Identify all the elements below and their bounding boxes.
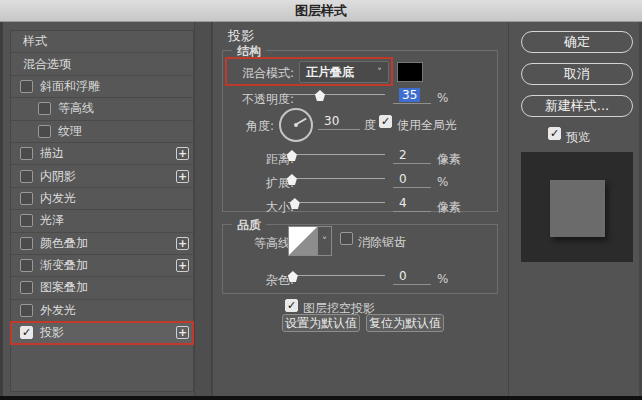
knockout-checkbox[interactable]: ✓ — [285, 299, 298, 312]
add-effect-icon[interactable]: + — [176, 170, 189, 183]
check-icon: ✓ — [550, 128, 559, 139]
blend-mode-value: 正片叠底 — [306, 64, 354, 81]
size-slider[interactable] — [288, 196, 385, 210]
sidebar-item-color-overlay[interactable]: ✓ 颜色叠加 + — [11, 233, 193, 255]
angle-label: 角度: — [228, 118, 274, 135]
spread-slider[interactable] — [288, 172, 385, 186]
preview-thumbnail — [521, 152, 633, 262]
blend-mode-select[interactable]: 正片叠底 ˅ — [299, 61, 389, 83]
effect-checkbox[interactable]: ✓ — [20, 237, 33, 250]
contour-chevron-button[interactable]: ˅ — [318, 226, 332, 256]
window-edge-bottom — [0, 396, 642, 400]
sidebar-item-pattern-overlay[interactable]: ✓ 图案叠加 — [11, 277, 193, 299]
distance-slider-thumb[interactable] — [286, 150, 297, 161]
ok-button[interactable]: 确定 — [521, 31, 633, 53]
shadow-color-swatch[interactable] — [397, 62, 423, 82]
angle-dial[interactable] — [279, 108, 313, 142]
add-effect-icon[interactable]: + — [176, 259, 189, 272]
spread-value: 0 — [399, 172, 407, 186]
sidebar-item-blending-options[interactable]: 混合选项 — [11, 53, 193, 75]
spread-label: 扩展: — [228, 175, 294, 192]
antialias-checkbox[interactable]: ✓ — [340, 232, 353, 245]
sidebar-item-label: 光泽 — [40, 212, 64, 229]
spread-slider-thumb[interactable] — [286, 174, 297, 185]
reset-default-button[interactable]: 复位为默认值 — [366, 314, 444, 332]
opacity-slider[interactable] — [288, 88, 385, 102]
effect-checkbox[interactable]: ✓ — [20, 80, 33, 93]
sidebar-item-bevel-emboss[interactable]: ✓ 斜面和浮雕 — [11, 76, 193, 98]
distance-label: 距离: — [228, 151, 294, 168]
effect-checkbox[interactable]: ✓ — [20, 281, 33, 294]
sidebar-item-outer-glow[interactable]: ✓ 外发光 — [11, 300, 193, 322]
antialias-label: 消除锯齿 — [358, 234, 406, 251]
noise-field[interactable]: 0 — [393, 269, 431, 285]
blend-mode-label: 混合模式: — [228, 65, 294, 82]
global-light-label: 使用全局光 — [397, 117, 457, 134]
make-default-button[interactable]: 设置为默认值 — [282, 314, 360, 332]
sidebar-item-label: 等高线 — [58, 100, 94, 117]
preview-layer-square — [550, 180, 605, 237]
add-effect-icon[interactable]: + — [176, 326, 189, 339]
spread-unit: % — [437, 175, 448, 189]
sidebar-item-label: 渐变叠加 — [40, 257, 88, 274]
opacity-value: 35 — [399, 88, 420, 102]
effect-checkbox[interactable]: ✓ — [20, 147, 33, 160]
size-field[interactable]: 4 — [393, 196, 431, 212]
effect-checkbox[interactable]: ✓ — [20, 326, 33, 339]
dialog-title: 图层样式 — [295, 2, 347, 20]
noise-slider-thumb[interactable] — [287, 271, 298, 282]
opacity-label: 不透明度: — [228, 91, 294, 108]
quality-group-label: 品质 — [232, 217, 266, 234]
chevron-down-icon: ˅ — [322, 236, 327, 247]
size-slider-thumb[interactable] — [289, 198, 300, 209]
opacity-slider-thumb[interactable] — [315, 90, 326, 101]
new-style-button[interactable]: 新建样式... — [521, 95, 633, 117]
noise-label: 杂色: — [228, 272, 294, 289]
sidebar-item-contour[interactable]: ✓ 等高线 — [11, 98, 193, 120]
angle-field[interactable]: 30 — [318, 114, 360, 130]
contour-picker[interactable] — [288, 226, 318, 256]
effect-checkbox[interactable]: ✓ — [20, 192, 33, 205]
noise-slider[interactable] — [288, 269, 385, 283]
sidebar-item-stroke[interactable]: ✓ 描边 + — [11, 143, 193, 165]
add-effect-icon[interactable]: + — [176, 237, 189, 250]
sidebar-item-satin[interactable]: ✓ 光泽 — [11, 210, 193, 232]
sidebar-item-label: 描边 — [40, 145, 64, 162]
sidebar-scrollbar[interactable] — [194, 22, 212, 396]
sidebar-item-gradient-overlay[interactable]: ✓ 渐变叠加 + — [11, 255, 193, 277]
distance-field[interactable]: 2 — [393, 148, 431, 164]
sidebar-item-inner-shadow[interactable]: ✓ 内阴影 + — [11, 165, 193, 187]
preview-checkbox[interactable]: ✓ — [548, 127, 561, 140]
effect-checkbox[interactable]: ✓ — [20, 214, 33, 227]
sidebar-empty-area — [11, 344, 193, 391]
effect-checkbox[interactable]: ✓ — [38, 102, 51, 115]
sidebar-item-drop-shadow[interactable]: ✓ 投影 + — [11, 322, 193, 344]
sidebar-item-label: 内发光 — [40, 190, 76, 207]
sidebar-item-label: 投影 — [40, 324, 64, 341]
opacity-field[interactable]: 35 — [393, 88, 431, 104]
size-label: 大小: — [228, 199, 294, 216]
dialog-titlebar: 图层样式 — [0, 0, 642, 22]
sidebar-item-texture[interactable]: ✓ 纹理 — [11, 121, 193, 143]
preview-label: 预览 — [566, 129, 590, 146]
structure-group-label: 结构 — [232, 43, 266, 60]
panel-divider-right — [508, 22, 509, 396]
check-icon: ✓ — [287, 300, 296, 311]
sidebar-item-styles[interactable]: 样式 — [11, 31, 193, 53]
panel-divider-left — [212, 22, 213, 396]
effect-checkbox[interactable]: ✓ — [38, 125, 51, 138]
effect-checkbox[interactable]: ✓ — [20, 304, 33, 317]
cancel-button[interactable]: 取消 — [521, 63, 633, 85]
sidebar-item-inner-glow[interactable]: ✓ 内发光 — [11, 188, 193, 210]
effect-checkbox[interactable]: ✓ — [20, 170, 33, 183]
spread-field[interactable]: 0 — [393, 172, 431, 188]
sidebar-item-label: 纹理 — [58, 123, 82, 140]
effect-checkbox[interactable]: ✓ — [20, 259, 33, 272]
sidebar-item-label: 内阴影 — [40, 168, 76, 185]
contour-label: 等高线: — [228, 235, 294, 252]
chevron-down-icon: ˅ — [377, 67, 382, 78]
global-light-checkbox[interactable]: ✓ — [379, 115, 392, 128]
sidebar-item-label: 外发光 — [40, 302, 76, 319]
distance-slider[interactable] — [288, 148, 385, 162]
add-effect-icon[interactable]: + — [176, 147, 189, 160]
